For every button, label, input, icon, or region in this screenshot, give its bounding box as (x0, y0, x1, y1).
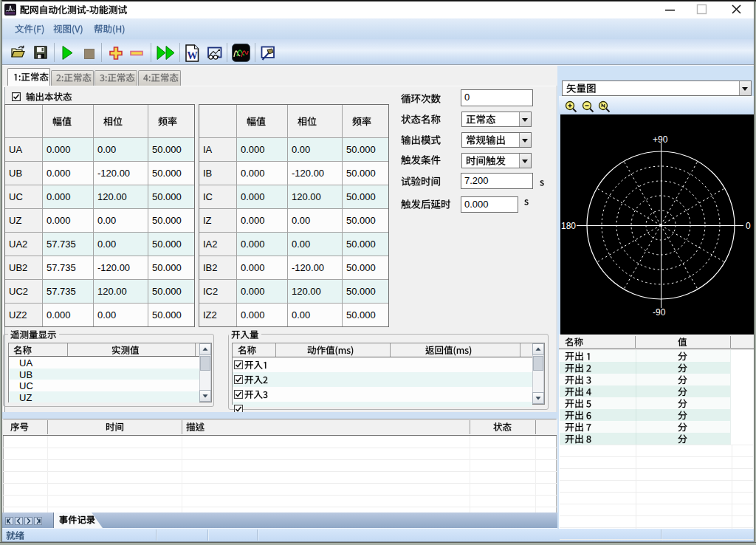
svg-text:W: W (187, 49, 198, 61)
